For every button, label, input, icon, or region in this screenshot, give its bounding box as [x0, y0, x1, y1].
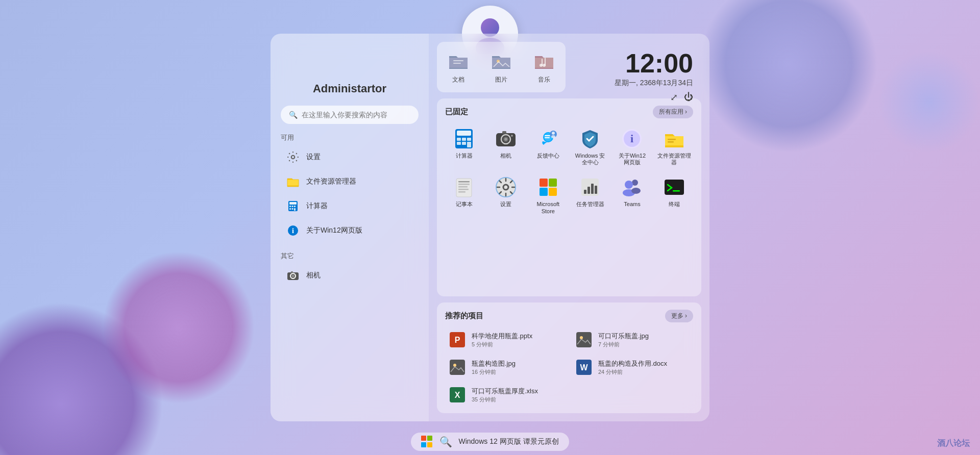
more-button[interactable]: 更多 ›: [665, 310, 693, 322]
explorer-label: 文件资源管理器: [306, 177, 356, 186]
pinned-settings-icon: [495, 176, 517, 198]
bg-blob-3: [699, 0, 878, 153]
taskbar-search-icon[interactable]: 🔍: [439, 436, 452, 448]
quick-item-music[interactable]: 音乐: [533, 50, 555, 84]
app-item-settings[interactable]: 设置: [281, 145, 419, 169]
windows-logo-icon[interactable]: [421, 436, 433, 448]
search-input[interactable]: [302, 111, 410, 119]
pinned-store-icon: [537, 176, 559, 198]
rec-jpg2-name: 瓶盖构造图.jpg: [472, 359, 516, 368]
rec-docx-info: 瓶盖的构造及作用.docx 24 分钟前: [598, 359, 667, 376]
pinned-security-label: Windows 安全中心: [573, 153, 607, 166]
rec-xlsx-time: 35 分钟前: [472, 396, 538, 403]
pinned-feedback[interactable]: 反馈中心: [529, 124, 567, 169]
pinned-terminal-icon: [663, 176, 685, 198]
app-item-about[interactable]: i 关于Win12网页版: [281, 219, 419, 242]
pinned-taskman[interactable]: 任务管理器: [571, 173, 609, 217]
rec-item-jpg2[interactable]: 瓶盖构造图.jpg 16 分钟前: [445, 356, 567, 378]
bg-blob-4: [878, 51, 980, 153]
svg-rect-58: [549, 179, 557, 187]
app-item-explorer[interactable]: 文件资源管理器: [281, 170, 419, 193]
svg-rect-63: [587, 187, 590, 194]
rec-xlsx-info: 可口可乐瓶盖厚度.xlsx 35 分钟前: [472, 387, 538, 403]
pinned-camera[interactable]: 相机: [487, 124, 525, 169]
svg-text:i: i: [630, 132, 633, 145]
svg-rect-62: [584, 190, 586, 194]
pinned-calc[interactable]: 计算器: [445, 124, 483, 169]
svg-text:X: X: [455, 391, 460, 399]
pinned-explorer-icon: [663, 128, 685, 150]
username: Administartor: [313, 82, 386, 95]
svg-rect-29: [467, 142, 471, 147]
jpg2-icon: [448, 358, 467, 376]
pinned-explorer[interactable]: 文件资源管理器: [655, 124, 693, 169]
app-item-calc[interactable]: 计算器: [281, 194, 419, 218]
search-icon: 🔍: [289, 111, 298, 119]
rec-item-xlsx[interactable]: X 可口可乐瓶盖厚度.xlsx 35 分钟前: [445, 384, 567, 406]
bg-blob-2: [102, 251, 255, 404]
rec-item-jpg1[interactable]: 可口可乐瓶盖.jpg 7 分钟前: [572, 328, 693, 351]
rec-grid: P 科学地使用瓶盖.pptx 5 分钟前: [445, 328, 693, 406]
pinned-section: 已固定 所有应用 ›: [437, 98, 701, 296]
pinned-teams-icon: [621, 176, 643, 198]
svg-rect-76: [450, 360, 465, 375]
svg-rect-57: [540, 179, 548, 187]
svg-rect-7: [294, 206, 296, 207]
pinned-store-label: Microsoft Store: [531, 201, 565, 214]
rec-docx-name: 瓶盖的构造及作用.docx: [598, 359, 667, 368]
svg-rect-24: [457, 138, 461, 141]
pinned-notepad-label: 记事本: [456, 201, 473, 208]
pics-folder-icon: [490, 50, 512, 72]
pinned-grid: 计算器 相机: [445, 124, 693, 218]
pinned-terminal[interactable]: 终端: [655, 173, 693, 217]
quick-access-bar: 文档 图片: [437, 42, 566, 92]
pinned-calc-label: 计算器: [456, 153, 473, 159]
quick-item-docs[interactable]: 文档: [447, 50, 470, 84]
rec-pptx-name: 科学地使用瓶盖.pptx: [472, 332, 532, 341]
pinned-security[interactable]: Windows 安全中心: [571, 124, 609, 169]
rec-item-docx[interactable]: W 瓶盖的构造及作用.docx 24 分钟前: [572, 356, 693, 378]
pinned-title: 已固定: [445, 107, 468, 117]
search-box[interactable]: 🔍: [281, 106, 419, 124]
recommended-header: 推荐的项目 更多 ›: [445, 310, 693, 322]
right-panel: 文档 图片: [429, 34, 709, 421]
pinned-about[interactable]: i 关于Win12 网页版: [613, 124, 651, 169]
pinned-settings[interactable]: 设置: [487, 173, 525, 217]
rec-jpg1-info: 可口可乐瓶盖.jpg 7 分钟前: [598, 332, 649, 348]
rec-item-pptx[interactable]: P 科学地使用瓶盖.pptx 5 分钟前: [445, 328, 567, 351]
clock-time: 12:00: [615, 50, 693, 77]
clock-controls: ⤢ ⏻: [615, 92, 693, 103]
svg-point-20: [540, 64, 543, 67]
svg-rect-10: [294, 208, 296, 211]
svg-rect-46: [668, 139, 676, 140]
all-apps-button[interactable]: 所有应用 ›: [653, 106, 693, 118]
pinned-teams-label: Teams: [624, 201, 640, 208]
pinned-teams[interactable]: Teams: [613, 173, 651, 217]
svg-rect-74: [576, 332, 592, 347]
expand-icon[interactable]: ⤢: [670, 92, 678, 103]
pinned-store[interactable]: Microsoft Store: [529, 173, 567, 217]
svg-rect-53: [458, 191, 465, 193]
pinned-header: 已固定 所有应用 ›: [445, 106, 693, 118]
pinned-settings-label: 设置: [500, 201, 511, 208]
svg-rect-39: [545, 137, 550, 138]
taskbar: 🔍 Windows 12 网页版 谭景元原创: [0, 428, 980, 455]
rec-jpg1-name: 可口可乐瓶盖.jpg: [598, 332, 649, 341]
svg-point-67: [625, 181, 633, 189]
svg-point-41: [552, 132, 555, 135]
available-label: 可用: [281, 133, 294, 142]
docx-icon: W: [575, 358, 593, 376]
svg-rect-27: [457, 142, 461, 145]
rec-pptx-time: 5 分钟前: [472, 341, 532, 348]
jpg1-icon: [575, 331, 593, 349]
svg-point-69: [631, 188, 641, 194]
recommended-section: 推荐的项目 更多 › P 科学地使用瓶盖.pptx 5 分钟前: [437, 302, 701, 413]
app-item-camera[interactable]: 相机: [281, 264, 419, 287]
power-icon[interactable]: ⏻: [684, 92, 693, 103]
svg-rect-5: [289, 206, 291, 207]
quick-item-pics[interactable]: 图片: [490, 50, 512, 84]
start-menu: Administartor 🔍 可用 设置: [271, 34, 709, 421]
pinned-notepad[interactable]: 记事本: [445, 173, 483, 217]
svg-point-42: [551, 135, 555, 138]
pptx-icon: P: [448, 331, 467, 349]
